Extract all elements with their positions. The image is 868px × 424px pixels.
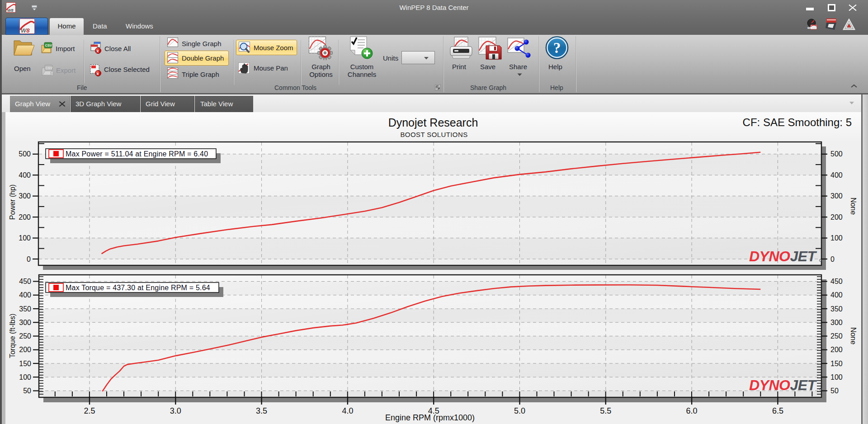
svg-text:300: 300 <box>19 192 31 200</box>
svg-text:150: 150 <box>19 360 31 367</box>
svg-text:200: 200 <box>19 213 31 221</box>
svg-text:150: 150 <box>830 360 843 367</box>
svg-text:300: 300 <box>830 319 843 326</box>
svg-text:200: 200 <box>830 213 843 221</box>
svg-text:DYNOJET: DYNOJET <box>749 248 817 264</box>
svg-text:100: 100 <box>19 234 31 242</box>
svg-text:450: 450 <box>19 278 31 285</box>
svg-text:50: 50 <box>830 387 839 395</box>
svg-text:0: 0 <box>830 255 835 263</box>
svg-text:400: 400 <box>19 171 31 179</box>
svg-text:100: 100 <box>830 234 843 242</box>
svg-text:400: 400 <box>830 291 843 299</box>
svg-text:x: x <box>96 48 99 53</box>
svg-text:CSV: CSV <box>45 43 52 47</box>
svg-text:100: 100 <box>830 373 843 381</box>
svg-text:4.0: 4.0 <box>342 406 353 415</box>
svg-text:3.0: 3.0 <box>170 406 181 415</box>
svg-text:2.5: 2.5 <box>84 406 95 415</box>
svg-text:3.5: 3.5 <box>256 406 267 415</box>
svg-text:0: 0 <box>27 255 31 263</box>
svg-text:Engine RPM (rpmx1000): Engine RPM (rpmx1000) <box>385 413 475 422</box>
svg-text:200: 200 <box>830 346 843 353</box>
svg-text:250: 250 <box>19 332 31 340</box>
svg-text:300: 300 <box>830 192 843 200</box>
svg-text:?: ? <box>553 40 561 56</box>
svg-text:100: 100 <box>19 373 31 381</box>
svg-text:None: None <box>849 198 857 215</box>
svg-text:450: 450 <box>830 278 843 285</box>
svg-text:5.5: 5.5 <box>600 406 611 415</box>
svg-text:400: 400 <box>830 171 843 179</box>
svg-text:350: 350 <box>830 305 843 313</box>
svg-text:350: 350 <box>19 305 31 313</box>
svg-text:400: 400 <box>19 291 31 299</box>
svg-text:Dynojet Research: Dynojet Research <box>388 116 478 129</box>
svg-text:None: None <box>849 327 857 344</box>
svg-text:W8: W8 <box>7 8 14 13</box>
svg-text:Max Power = 511.04 at Engine R: Max Power = 511.04 at Engine RPM = 6.40 <box>66 150 208 158</box>
svg-text:50: 50 <box>23 387 31 395</box>
svg-text:250: 250 <box>830 332 843 340</box>
svg-text:200: 200 <box>19 346 31 353</box>
svg-text:500: 500 <box>830 150 843 158</box>
svg-text:6.0: 6.0 <box>686 406 698 415</box>
svg-text:w8: w8 <box>807 26 811 29</box>
svg-text:CF: SAE Smoothing: 5: CF: SAE Smoothing: 5 <box>743 116 852 128</box>
svg-text:300: 300 <box>19 319 31 326</box>
svg-text:Torque (ft-lbs): Torque (ft-lbs) <box>9 314 16 358</box>
svg-text:Max Torque = 437.30 at Engine: Max Torque = 437.30 at Engine RPM = 5.64 <box>66 284 210 292</box>
svg-text:W8: W8 <box>21 27 30 34</box>
svg-text:5.0: 5.0 <box>514 406 525 415</box>
svg-text:CSV: CSV <box>46 66 52 70</box>
svg-text:DYNOJET: DYNOJET <box>749 377 817 393</box>
svg-text:Power (hp): Power (hp) <box>9 184 16 220</box>
svg-text:x: x <box>96 71 99 76</box>
svg-text:500: 500 <box>19 150 31 158</box>
svg-text:6.5: 6.5 <box>772 406 783 415</box>
svg-text:BOOST SOLUTIONS: BOOST SOLUTIONS <box>400 131 467 138</box>
